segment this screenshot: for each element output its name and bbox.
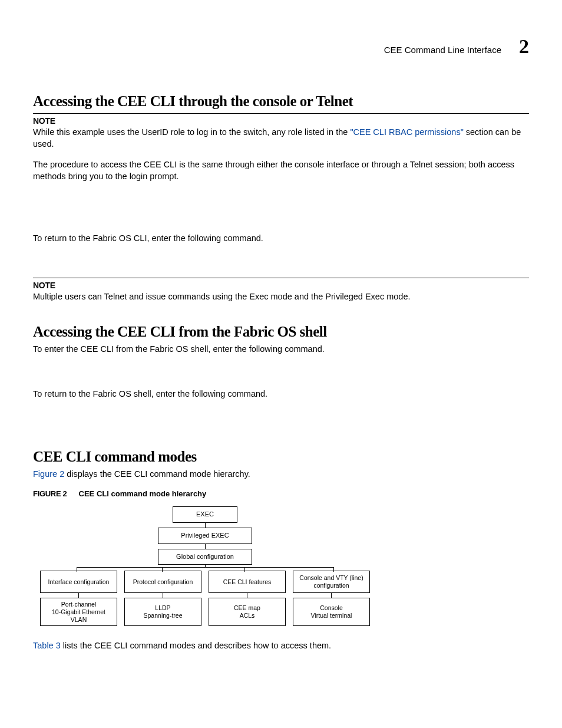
note-text-a: While this example uses the UserID role … [33, 127, 350, 137]
table-3-link[interactable]: Table 3 [33, 641, 61, 650]
diagram-row-level5: Port-channel 10-Gigabit Ethernet VLAN LL… [40, 598, 370, 626]
diagram-row-level4: Interface configuration Protocol configu… [40, 571, 370, 598]
diagram-connector [40, 565, 370, 571]
figure-label: FIGURE 2 [33, 489, 67, 498]
section-title: Accessing the CEE CLI through the consol… [33, 93, 529, 110]
text: lists the CEE CLI command modes and desc… [61, 641, 331, 650]
figure-caption: FIGURE 2CEE CLI command mode hierarchy [33, 489, 529, 498]
diagram-node-exec: EXEC [173, 506, 237, 523]
figure-2-link[interactable]: Figure 2 [33, 469, 64, 479]
rule [33, 113, 529, 114]
note-label: NOTE [33, 116, 529, 126]
section-fabric-os-shell: Accessing the CEE CLI from the Fabric OS… [33, 324, 529, 427]
running-head: CEE Command Line Interface [384, 45, 501, 55]
body-paragraph: To return to the Fabric OS shell, enter … [33, 388, 529, 400]
page-header: CEE Command Line Interface 2 [33, 35, 529, 58]
note-label: NOTE [33, 281, 529, 290]
diagram-node-lldp: LLDP Spanning-tree [124, 598, 201, 626]
diagram-node-portchannel: Port-channel 10-Gigabit Ethernet VLAN [40, 598, 117, 626]
section-title: Accessing the CEE CLI from the Fabric OS… [33, 324, 529, 340]
rbac-permissions-link[interactable]: "CEE CLI RBAC permissions" [350, 127, 463, 137]
section-command-modes: CEE CLI command modes Figure 2 displays … [33, 449, 529, 652]
chapter-number: 2 [519, 35, 529, 58]
body-paragraph: Table 3 lists the CEE CLI command modes … [33, 640, 529, 652]
text: displays the CEE CLI command mode hierar… [64, 469, 250, 479]
diagram-node-interface-config: Interface configuration [40, 571, 117, 593]
diagram-node-protocol-config: Protocol configuration [124, 571, 201, 593]
diagram-node-console: Console Virtual terminal [293, 598, 370, 626]
body-paragraph: The procedure to access the CEE CLI is t… [33, 159, 529, 182]
note-body: Multiple users can Telnet and issue comm… [33, 291, 529, 303]
note-body: While this example uses the UserID role … [33, 127, 529, 150]
diagram-node-privileged-exec: Privileged EXEC [158, 528, 252, 544]
figure-title: CEE CLI command mode hierarchy [79, 489, 207, 498]
section-title: CEE CLI command modes [33, 449, 529, 465]
section-console-telnet: Accessing the CEE CLI through the consol… [33, 93, 529, 302]
command-mode-hierarchy-diagram: EXEC Privileged EXEC Global configuratio… [40, 506, 370, 626]
body-paragraph: To enter the CEE CLI from the Fabric OS … [33, 344, 529, 355]
diagram-node-ceemap: CEE map ACLs [209, 598, 286, 626]
body-paragraph: To return to the Fabric OS CLI, enter th… [33, 233, 529, 245]
rule [33, 278, 529, 278]
diagram-node-cee-features: CEE CLI features [209, 571, 286, 593]
diagram-node-global-config: Global configuration [158, 549, 252, 565]
diagram-node-console-vty: Console and VTY (line) configuration [293, 571, 370, 593]
body-paragraph: Figure 2 displays the CEE CLI command mo… [33, 469, 529, 480]
